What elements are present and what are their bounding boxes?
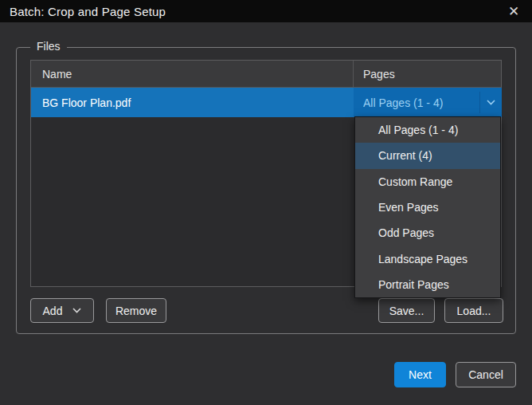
pages-combobox[interactable]: All Pages (1 - 4): [354, 88, 502, 117]
cancel-button-label: Cancel: [468, 368, 503, 381]
pages-dropdown-menu: All Pages (1 - 4) Current (4) Custom Ran…: [354, 116, 501, 298]
menu-item-even-pages[interactable]: Even Pages: [355, 195, 500, 220]
add-button-label: Add: [43, 305, 63, 317]
chevron-down-icon: [72, 308, 81, 313]
menu-item-all-pages[interactable]: All Pages (1 - 4): [355, 117, 500, 143]
dialog-titlebar: Batch: Crop and Page Setup ✕: [0, 0, 532, 22]
files-group-label: Files: [30, 40, 67, 53]
menu-item-odd-pages[interactable]: Odd Pages: [355, 220, 500, 246]
menu-item-current[interactable]: Current (4): [355, 143, 500, 168]
next-button[interactable]: Next: [394, 362, 446, 387]
menu-item-custom-range[interactable]: Custom Range: [355, 169, 500, 195]
remove-button-label: Remove: [115, 305, 157, 317]
column-divider: [353, 61, 354, 88]
menu-item-portrait-pages[interactable]: Portrait Pages: [355, 272, 500, 297]
dialog-title: Batch: Crop and Page Setup: [10, 5, 166, 18]
chevron-down-icon[interactable]: [480, 88, 502, 117]
files-table-header: Name Pages: [31, 61, 501, 88]
add-button[interactable]: Add: [30, 298, 94, 323]
next-button-label: Next: [409, 368, 432, 381]
menu-item-landscape-pages[interactable]: Landscape Pages: [355, 246, 500, 271]
close-icon[interactable]: ✕: [500, 0, 527, 22]
pages-combobox-value: All Pages (1 - 4): [363, 96, 479, 109]
load-button[interactable]: Load...: [444, 298, 503, 323]
column-header-pages[interactable]: Pages: [363, 61, 395, 88]
table-row[interactable]: BG Floor Plan.pdf All Pages (1 - 4): [31, 88, 501, 117]
cancel-button[interactable]: Cancel: [456, 362, 516, 387]
save-button[interactable]: Save...: [378, 298, 435, 323]
remove-button[interactable]: Remove: [106, 298, 166, 323]
save-button-label: Save...: [389, 305, 424, 317]
load-button-label: Load...: [457, 305, 491, 317]
column-header-name[interactable]: Name: [42, 61, 72, 88]
file-name-cell: BG Floor Plan.pdf: [42, 88, 131, 117]
